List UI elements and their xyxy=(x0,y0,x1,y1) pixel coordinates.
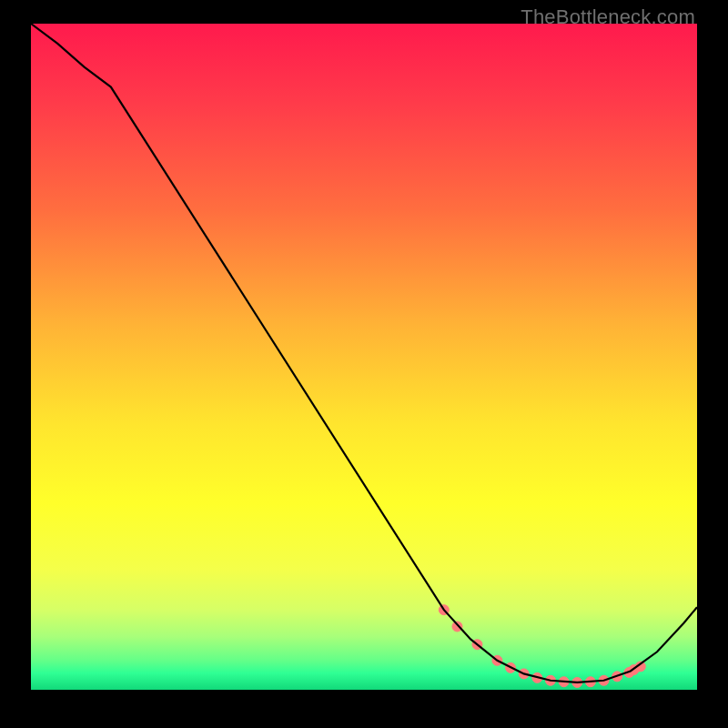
highlight-dot xyxy=(452,622,462,632)
chart-svg xyxy=(31,24,697,690)
chart-frame xyxy=(31,24,697,690)
watermark-label: TheBottleneck.com xyxy=(521,5,695,29)
chart-background xyxy=(31,24,697,690)
